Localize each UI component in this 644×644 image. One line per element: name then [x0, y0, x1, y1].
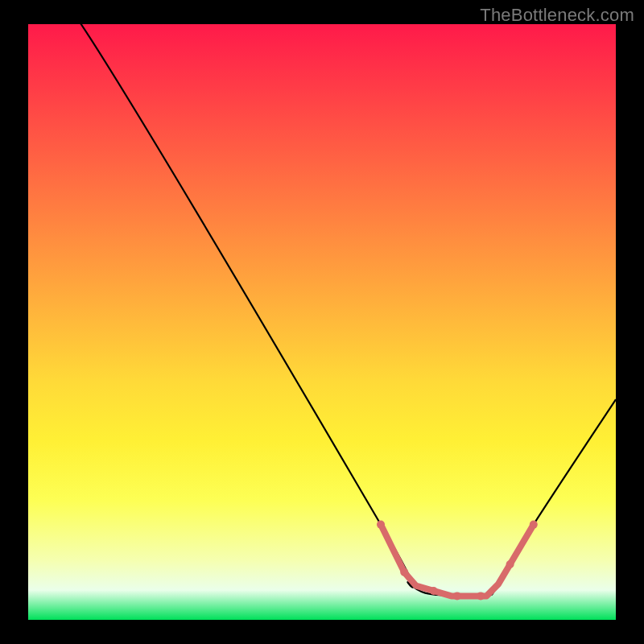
- trough-dot: [453, 592, 461, 600]
- trough-dot: [400, 568, 408, 576]
- plot-area: [28, 24, 616, 620]
- trough-dot: [377, 521, 385, 529]
- bottleneck-curve: [28, 24, 616, 597]
- chart-frame: TheBottleneck.com: [0, 0, 644, 644]
- trough-dot: [477, 592, 485, 600]
- trough-dot: [506, 560, 514, 568]
- watermark-text: TheBottleneck.com: [480, 5, 634, 26]
- trough-dot: [430, 587, 438, 595]
- curve-layer: [28, 24, 616, 620]
- trough-dot: [530, 521, 538, 529]
